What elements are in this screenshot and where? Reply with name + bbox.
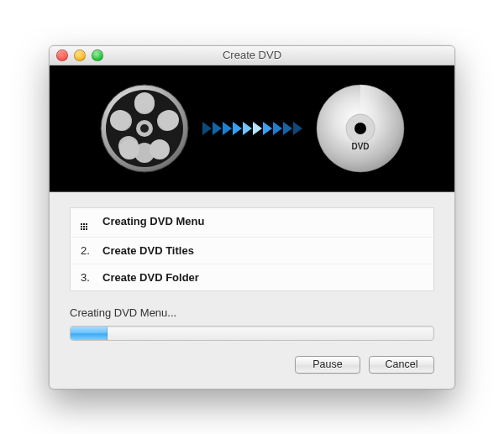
steps-list: Creating DVD Menu 2. Create DVD Titles 3… <box>70 207 434 291</box>
dvd-label: DVD <box>351 142 369 151</box>
step-label: Creating DVD Menu <box>102 215 204 230</box>
svg-point-12 <box>150 139 170 159</box>
button-row: Pause Cancel <box>70 356 434 374</box>
content-area: Creating DVD Menu 2. Create DVD Titles 3… <box>50 192 454 389</box>
minimize-window-icon[interactable] <box>74 50 86 61</box>
svg-point-14 <box>110 110 130 130</box>
zoom-window-icon[interactable] <box>92 50 103 61</box>
cancel-button[interactable]: Cancel <box>369 356 434 374</box>
step-row: 2. Create DVD Titles <box>71 238 433 264</box>
svg-point-13 <box>119 139 139 159</box>
window-title: Create DVD <box>50 49 454 61</box>
svg-point-17 <box>354 123 366 134</box>
titlebar: Create DVD <box>50 46 454 65</box>
arrow-icon <box>202 122 302 135</box>
pause-button[interactable]: Pause <box>295 356 360 374</box>
step-label: Create DVD Folder <box>102 271 199 284</box>
film-reel-icon <box>98 82 191 175</box>
window-controls <box>50 50 103 61</box>
close-window-icon[interactable] <box>56 50 68 61</box>
progress-bar <box>70 326 434 341</box>
hero-graphic: DVD <box>50 65 454 192</box>
step-row: Creating DVD Menu <box>71 208 433 238</box>
svg-point-10 <box>134 92 155 112</box>
step-indicator <box>81 215 94 230</box>
svg-point-11 <box>159 110 179 130</box>
step-number: 2. <box>81 244 94 257</box>
step-label: Create DVD Titles <box>102 244 194 257</box>
dvd-disc-icon: DVD <box>314 82 407 175</box>
spinner-icon <box>81 223 89 230</box>
step-number: 3. <box>81 271 94 284</box>
svg-point-3 <box>140 124 149 133</box>
progress-fill <box>71 327 108 340</box>
step-row: 3. Create DVD Folder <box>71 264 433 290</box>
status-text: Creating DVD Menu... <box>70 306 434 319</box>
dialog-window: Create DVD <box>49 45 455 390</box>
